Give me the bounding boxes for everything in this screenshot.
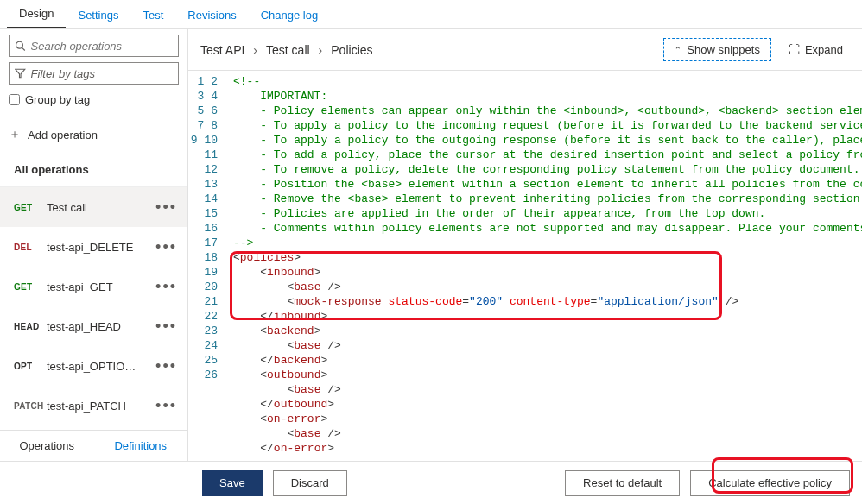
- filter-placeholder: Filter by tags: [31, 67, 173, 80]
- method-badge: DEL: [14, 243, 47, 252]
- op-label: test-api_HEAD: [47, 320, 152, 333]
- op-item-test-call[interactable]: GET Test call •••: [0, 187, 187, 227]
- group-by-tag[interactable]: Group by tag: [0, 90, 187, 115]
- svg-line-1: [22, 47, 25, 50]
- op-label: test-api_OPTIO…: [47, 360, 152, 373]
- crumb-policies: Policies: [331, 43, 372, 57]
- add-operation[interactable]: ＋ Add operation: [0, 115, 187, 154]
- all-operations-header[interactable]: All operations: [0, 154, 187, 186]
- op-label: test-api_GET: [47, 280, 152, 293]
- tab-changelog[interactable]: Change log: [249, 2, 331, 28]
- search-field[interactable]: [31, 40, 173, 53]
- op-item-patch[interactable]: PATCH test-api_PATCH •••: [0, 386, 187, 425]
- op-menu-icon[interactable]: •••: [152, 357, 181, 375]
- crumb-api[interactable]: Test API: [200, 43, 244, 57]
- crumb-op[interactable]: Test call: [266, 43, 310, 57]
- sidebar: Filter by tags Group by tag ＋ Add operat…: [0, 29, 188, 461]
- expand-button[interactable]: ⛶ Expand: [782, 39, 850, 60]
- tab-settings[interactable]: Settings: [66, 2, 130, 28]
- op-label: test-api_DELETE: [47, 241, 152, 254]
- footer: Save Discard Reset to default Calculate …: [0, 461, 862, 504]
- svg-marker-2: [16, 69, 25, 77]
- op-item-get[interactable]: GET test-api_GET •••: [0, 267, 187, 306]
- method-badge: PATCH: [14, 401, 47, 411]
- tab-definitions[interactable]: Definitions: [94, 431, 188, 461]
- op-menu-icon[interactable]: •••: [152, 198, 181, 217]
- tab-operations[interactable]: Operations: [0, 431, 94, 461]
- sidebar-bottom-tabs: Operations Definitions: [0, 430, 187, 461]
- tab-design[interactable]: Design: [7, 0, 66, 28]
- editor-pane: Test API › Test call › Policies ⌄ Show s…: [188, 29, 862, 461]
- svg-point-0: [16, 41, 23, 48]
- snippets-label: Show snippets: [687, 43, 760, 56]
- op-label: Test call: [47, 201, 152, 214]
- top-tabs: Design Settings Test Revisions Change lo…: [0, 0, 862, 29]
- op-menu-icon[interactable]: •••: [152, 278, 181, 296]
- chevron-down-icon: ⌄: [675, 45, 681, 54]
- code-editor[interactable]: 1 2 3 4 5 6 7 8 9 10 11 12 13 14 15 16 1…: [188, 71, 862, 461]
- search-icon: [15, 40, 26, 52]
- filter-icon: [15, 67, 26, 79]
- method-badge: GET: [14, 282, 47, 292]
- breadcrumb: Test API › Test call › Policies: [200, 43, 373, 57]
- discard-button[interactable]: Discard: [273, 470, 347, 496]
- op-item-head[interactable]: HEAD test-api_HEAD •••: [0, 306, 187, 346]
- op-label: test-api_PATCH: [47, 400, 152, 413]
- line-gutter: 1 2 3 4 5 6 7 8 9 10 11 12 13 14 15 16 1…: [188, 71, 226, 461]
- plus-icon: ＋: [9, 127, 21, 142]
- expand-label: Expand: [805, 43, 843, 56]
- calc-policy-button[interactable]: Calculate effective policy: [690, 470, 850, 496]
- op-menu-icon[interactable]: •••: [152, 238, 181, 256]
- expand-icon: ⛶: [789, 43, 800, 56]
- op-menu-icon[interactable]: •••: [152, 318, 181, 336]
- op-menu-icon[interactable]: •••: [152, 397, 181, 415]
- method-badge: OPT: [14, 362, 47, 371]
- method-badge: HEAD: [14, 322, 47, 331]
- group-checkbox[interactable]: [9, 94, 20, 105]
- search-input[interactable]: [9, 35, 179, 57]
- code-content[interactable]: <!-- IMPORTANT: - Policy elements can ap…: [226, 71, 862, 461]
- tab-test[interactable]: Test: [130, 2, 175, 28]
- method-badge: GET: [14, 203, 47, 212]
- tab-revisions[interactable]: Revisions: [175, 2, 248, 28]
- group-label: Group by tag: [25, 93, 90, 106]
- show-snippets-button[interactable]: ⌄ Show snippets: [663, 38, 771, 61]
- filter-input[interactable]: Filter by tags: [9, 62, 179, 85]
- add-op-label: Add operation: [28, 129, 98, 142]
- save-button[interactable]: Save: [202, 470, 263, 496]
- operation-list: GET Test call ••• DEL test-api_DELETE ••…: [0, 186, 187, 430]
- op-item-delete[interactable]: DEL test-api_DELETE •••: [0, 227, 187, 267]
- reset-button[interactable]: Reset to default: [565, 470, 680, 496]
- op-item-options[interactable]: OPT test-api_OPTIO… •••: [0, 346, 187, 386]
